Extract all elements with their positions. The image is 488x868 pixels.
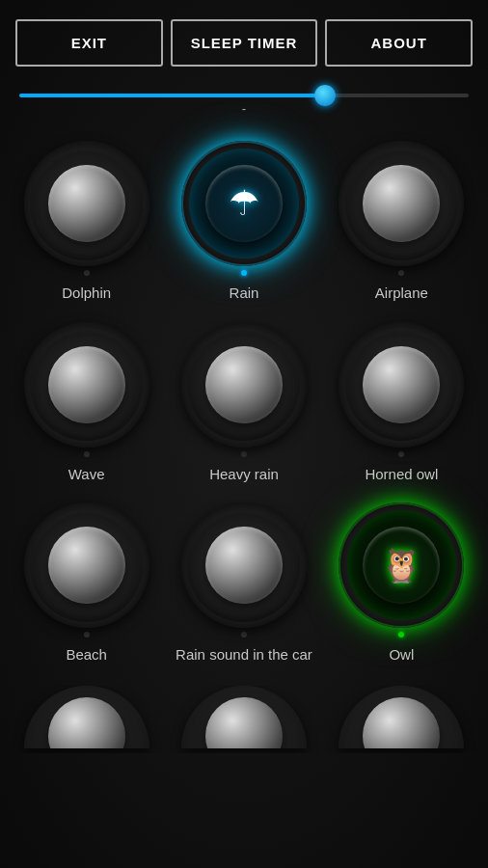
label-beach: Beach bbox=[66, 645, 107, 665]
knob-heavy-rain bbox=[181, 322, 307, 448]
slider-track[interactable] bbox=[19, 94, 469, 97]
knob-inner-rain: ☂ bbox=[205, 165, 283, 242]
knob-inner-partial-1 bbox=[48, 697, 125, 748]
dot-horned-owl bbox=[398, 451, 404, 457]
knob-inner-wave bbox=[48, 346, 125, 423]
volume-slider-container: - bbox=[0, 76, 488, 120]
label-rain: Rain bbox=[230, 284, 259, 303]
label-owl: Owl bbox=[389, 645, 414, 665]
sleep-timer-button[interactable]: SLEEP TIMER bbox=[171, 19, 318, 67]
sound-item-dolphin[interactable]: Dolphin bbox=[8, 129, 165, 311]
sound-item-airplane[interactable]: Airplane bbox=[323, 129, 480, 311]
knob-airplane bbox=[339, 141, 464, 266]
dot-rain-car bbox=[241, 632, 247, 637]
umbrella-icon: ☂ bbox=[229, 183, 259, 224]
knob-inner-heavy-rain bbox=[205, 346, 283, 423]
knob-inner-partial-2 bbox=[205, 697, 283, 748]
knob-dolphin bbox=[24, 141, 149, 266]
sound-item-wave[interactable]: Wave bbox=[8, 311, 165, 492]
label-dolphin: Dolphin bbox=[62, 284, 111, 303]
knob-inner-rain-car bbox=[205, 527, 283, 604]
slider-thumb[interactable] bbox=[314, 85, 336, 106]
knob-rain-car bbox=[181, 502, 307, 628]
knob-inner-horned-owl bbox=[363, 346, 440, 423]
about-button[interactable]: ABOUT bbox=[325, 19, 473, 67]
dot-owl bbox=[398, 632, 404, 637]
sound-item-beach[interactable]: Beach bbox=[8, 491, 165, 672]
exit-button[interactable]: EXIT bbox=[15, 19, 163, 67]
knob-partial-2 bbox=[181, 686, 307, 748]
label-rain-car: Rain sound in the car bbox=[176, 645, 312, 665]
owl-icon: 🦉 bbox=[381, 546, 421, 584]
knob-inner-owl: 🦉 bbox=[363, 527, 440, 604]
sound-item-rain-car[interactable]: Rain sound in the car bbox=[165, 491, 322, 672]
dot-heavy-rain bbox=[241, 451, 247, 457]
knob-rain: ☂ bbox=[181, 141, 307, 266]
knob-partial-3 bbox=[339, 686, 464, 748]
dot-airplane bbox=[398, 270, 404, 276]
slider-label: - bbox=[19, 101, 469, 116]
knob-inner-dolphin bbox=[48, 165, 125, 242]
sound-item-owl[interactable]: 🦉 Owl bbox=[323, 491, 480, 672]
label-heavy-rain: Heavy rain bbox=[209, 465, 279, 484]
dot-dolphin bbox=[84, 270, 90, 276]
sound-item-heavy-rain[interactable]: Heavy rain bbox=[165, 311, 322, 492]
knob-inner-airplane bbox=[363, 165, 440, 242]
knob-beach bbox=[24, 502, 149, 628]
sound-item-partial-1[interactable] bbox=[8, 686, 165, 753]
dot-wave bbox=[84, 451, 90, 457]
knob-horned-owl bbox=[339, 322, 464, 448]
knob-inner-beach bbox=[48, 527, 125, 604]
label-airplane: Airplane bbox=[375, 284, 428, 303]
knob-wave bbox=[24, 322, 149, 448]
label-horned-owl: Horned owl bbox=[365, 465, 438, 484]
knob-inner-partial-3 bbox=[363, 697, 440, 748]
sound-item-rain[interactable]: ☂ Rain bbox=[165, 129, 322, 311]
sound-grid: Dolphin ☂ Rain Airplane Wave Heavy rain bbox=[0, 120, 488, 682]
label-wave: Wave bbox=[68, 465, 105, 484]
sound-item-partial-3[interactable] bbox=[323, 686, 480, 753]
sound-item-partial-2[interactable] bbox=[165, 686, 322, 753]
knob-owl: 🦉 bbox=[339, 502, 464, 628]
header: EXIT SLEEP TIMER ABOUT bbox=[0, 0, 488, 76]
dot-rain bbox=[241, 270, 247, 276]
dot-beach bbox=[84, 632, 90, 637]
knob-partial-1 bbox=[24, 686, 149, 748]
sound-item-horned-owl[interactable]: Horned owl bbox=[323, 311, 480, 492]
